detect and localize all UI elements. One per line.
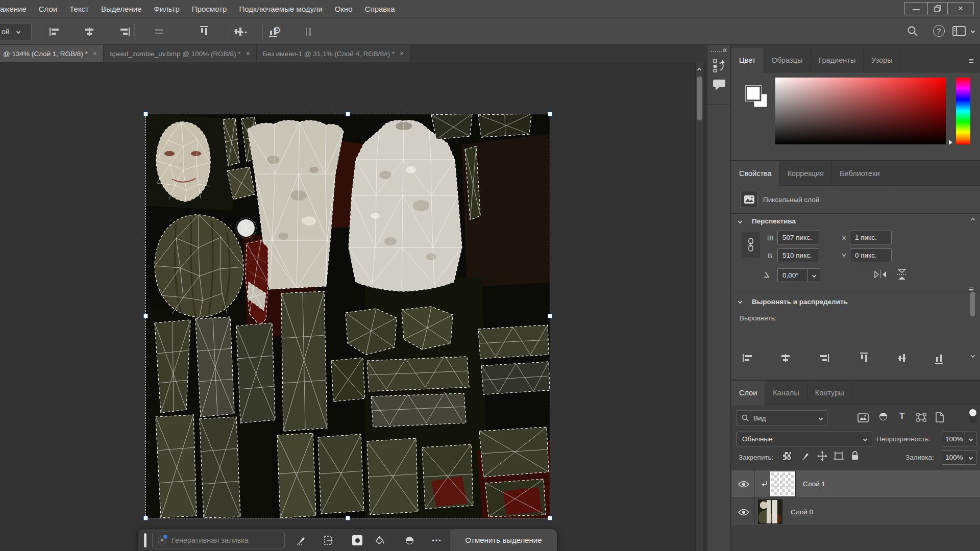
- link-dimensions-button[interactable]: [742, 232, 760, 258]
- color-picker-ring[interactable]: [776, 79, 781, 83]
- tab-close-icon[interactable]: ×: [93, 49, 97, 58]
- panel-grip[interactable]: [710, 51, 727, 53]
- width-field[interactable]: 507 пикс.: [777, 231, 819, 244]
- visibility-eye-icon[interactable]: [738, 509, 749, 516]
- align-top-button[interactable]: [200, 26, 208, 37]
- help-icon[interactable]: ?: [933, 25, 945, 37]
- blend-mode-dropdown[interactable]: Обычные: [737, 432, 872, 446]
- document-tab-1[interactable]: @ 134% (Слой 1, RGB/8) * ×: [0, 45, 104, 62]
- fill-bucket-icon[interactable]: [373, 534, 386, 547]
- search-icon[interactable]: [906, 25, 919, 37]
- color-saturation-field[interactable]: [775, 78, 946, 144]
- transform-handle-sw[interactable]: [143, 516, 148, 520]
- menu-type[interactable]: Текст: [69, 5, 89, 13]
- menu-select[interactable]: Выделение: [101, 5, 141, 13]
- more-ellipsis[interactable]: ···: [864, 354, 873, 362]
- tab-swatches[interactable]: Образцы: [764, 48, 811, 72]
- fill-field[interactable]: 100%: [942, 450, 965, 465]
- chevron-down-icon[interactable]: [738, 299, 742, 304]
- lock-artboard-icon[interactable]: [834, 452, 844, 461]
- menu-plugins[interactable]: Подключаемые модули: [239, 5, 322, 13]
- workspace-icon[interactable]: [952, 26, 966, 36]
- lock-position-icon[interactable]: [817, 451, 827, 461]
- layer-thumbnail[interactable]: [770, 471, 795, 496]
- align-bottom-button[interactable]: [935, 353, 943, 364]
- fill-dropdown-button[interactable]: [965, 450, 976, 465]
- flip-horizontal-icon[interactable]: [873, 269, 888, 280]
- document-canvas-image[interactable]: [145, 114, 550, 518]
- y-field[interactable]: 0 пикс.: [850, 248, 892, 262]
- flip-vertical-icon[interactable]: [896, 268, 908, 281]
- scroll-up-icon[interactable]: [971, 218, 975, 222]
- menu-filter[interactable]: Фильтр: [154, 5, 179, 13]
- transform-handle-n[interactable]: [346, 112, 350, 116]
- selection-brush-icon[interactable]: [295, 534, 308, 547]
- opacity-dropdown-button[interactable]: [965, 432, 976, 446]
- taskbar-grip[interactable]: [144, 533, 146, 547]
- layer-name[interactable]: Слой 1: [803, 480, 825, 488]
- document-tab-3[interactable]: Без имени-1 @ 31,1% (Слой 4, RGB/8#) * ×: [257, 45, 410, 62]
- taskbar-more-button[interactable]: •••: [430, 534, 444, 547]
- lock-pixels-icon[interactable]: [801, 452, 810, 461]
- align-center-h-button[interactable]: [780, 354, 791, 362]
- transform-handle-s[interactable]: [346, 516, 350, 520]
- lock-transparency-icon[interactable]: [782, 452, 792, 461]
- align-right-button[interactable]: [118, 28, 130, 36]
- transform-selection-icon[interactable]: [322, 534, 335, 547]
- tab-layers[interactable]: Слои: [731, 381, 765, 405]
- canvas-vertical-scrollbar[interactable]: [695, 62, 703, 551]
- minimize-button[interactable]: —: [904, 2, 928, 15]
- deselect-button[interactable]: Отменить выделение: [450, 529, 557, 551]
- tab-adjustments[interactable]: Коррекция: [780, 161, 832, 186]
- tab-libraries[interactable]: Библиотеки: [832, 161, 888, 186]
- scroll-down-icon[interactable]: [971, 354, 975, 358]
- align-right-button[interactable]: [818, 354, 829, 362]
- canvas-area[interactable]: [0, 62, 707, 551]
- gear-icon[interactable]: ⚙: [273, 26, 281, 35]
- tab-close-icon[interactable]: ×: [400, 49, 404, 58]
- height-field[interactable]: 510 пикс.: [777, 248, 819, 262]
- layer-row-1[interactable]: Слой 1: [731, 470, 980, 497]
- menu-view[interactable]: Просмотр: [192, 5, 227, 13]
- filter-adjustment-icon[interactable]: [878, 411, 889, 422]
- chevron-down-icon[interactable]: [738, 219, 742, 223]
- distribute-v-button[interactable]: [304, 26, 312, 37]
- angle-dropdown-button[interactable]: [808, 268, 820, 282]
- versions-panel-icon[interactable]: [713, 58, 726, 72]
- close-button[interactable]: ×: [947, 2, 974, 15]
- layer-filter-dropdown[interactable]: Вид: [737, 410, 827, 426]
- filter-shape-icon[interactable]: [916, 413, 926, 422]
- document-tab-2[interactable]: speed_zombie_uv.bmp @ 100% (RGB/8) * ×: [104, 45, 257, 62]
- scroll-up-icon[interactable]: [697, 68, 701, 72]
- more-options-button[interactable]: •••: [238, 29, 248, 36]
- scrollbar-thumb[interactable]: [970, 292, 975, 316]
- panel-menu-icon[interactable]: ≡: [969, 56, 974, 66]
- align-middle-v-button[interactable]: [898, 353, 906, 364]
- generative-fill-button[interactable]: Генеративная заливка: [152, 532, 285, 548]
- tab-close-icon[interactable]: ×: [246, 49, 250, 58]
- x-field[interactable]: 1 пикс.: [850, 231, 892, 244]
- tab-patterns[interactable]: Узоры: [864, 48, 900, 72]
- layer-name[interactable]: Слой 0: [791, 508, 813, 516]
- align-left-button[interactable]: [50, 28, 61, 36]
- align-left-button[interactable]: [743, 354, 754, 362]
- distribute-h-button[interactable]: [154, 28, 165, 36]
- transform-handle-w[interactable]: [143, 314, 148, 318]
- align-center-h-button[interactable]: [84, 28, 95, 36]
- menu-layers[interactable]: Слои: [39, 5, 57, 13]
- transform-handle-ne[interactable]: [548, 112, 552, 116]
- foreground-color-swatch[interactable]: [747, 87, 760, 100]
- layer-row-2[interactable]: Слой 0: [731, 497, 980, 525]
- filter-image-icon[interactable]: [857, 413, 869, 422]
- comments-panel-icon[interactable]: [713, 79, 726, 91]
- tab-paths[interactable]: Контуры: [807, 381, 852, 405]
- opacity-field[interactable]: 100%: [942, 432, 965, 446]
- transform-handle-nw[interactable]: [143, 112, 148, 116]
- scrollbar-thumb[interactable]: [697, 77, 702, 120]
- transform-handle-e[interactable]: [548, 314, 552, 318]
- chevron-down-icon[interactable]: [971, 29, 975, 33]
- tab-gradients[interactable]: Градиенты: [811, 48, 864, 72]
- menu-window[interactable]: Окно: [335, 5, 353, 13]
- visibility-eye-icon[interactable]: [738, 481, 749, 488]
- layer-thumbnail[interactable]: [758, 499, 782, 524]
